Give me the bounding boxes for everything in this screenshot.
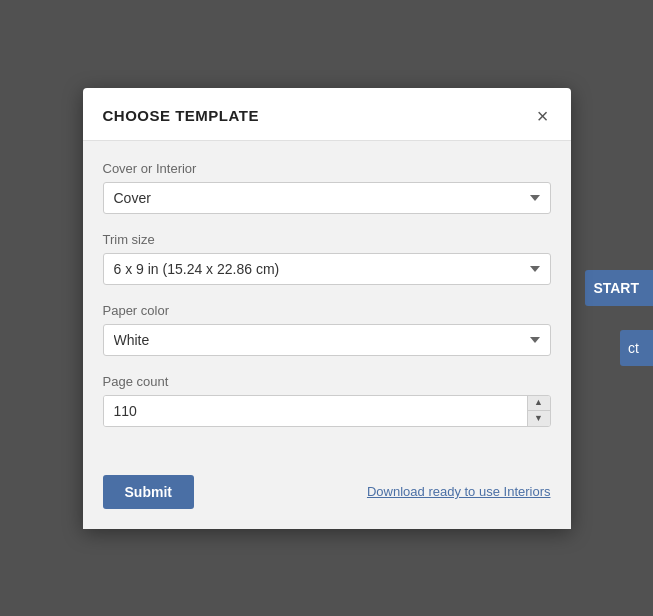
page-count-input[interactable] <box>104 396 527 426</box>
cover-interior-label: Cover or Interior <box>103 161 551 176</box>
bg-ct-button: ct <box>620 330 653 366</box>
close-button[interactable]: × <box>535 106 551 126</box>
paper-color-label: Paper color <box>103 303 551 318</box>
spinner-down-button[interactable]: ▼ <box>528 411 550 426</box>
modal-body: Cover or Interior Cover Interior Trim si… <box>83 141 571 469</box>
trim-size-label: Trim size <box>103 232 551 247</box>
paper-color-select[interactable]: White Cream <box>103 324 551 356</box>
paper-color-group: Paper color White Cream <box>103 303 551 356</box>
modal-footer: Submit Download ready to use Interiors <box>83 469 571 529</box>
bg-start-button: START <box>585 270 653 306</box>
modal-header: CHOOSE TEMPLATE × <box>83 88 571 141</box>
modal-title: CHOOSE TEMPLATE <box>103 107 259 124</box>
trim-size-group: Trim size 6 x 9 in (15.24 x 22.86 cm) 5 … <box>103 232 551 285</box>
submit-button[interactable]: Submit <box>103 475 194 509</box>
download-link[interactable]: Download ready to use Interiors <box>367 484 551 499</box>
cover-interior-group: Cover or Interior Cover Interior <box>103 161 551 214</box>
spinner-controls: ▲ ▼ <box>527 396 550 426</box>
cover-interior-select[interactable]: Cover Interior <box>103 182 551 214</box>
page-count-label: Page count <box>103 374 551 389</box>
trim-size-select[interactable]: 6 x 9 in (15.24 x 22.86 cm) 5 x 8 in (12… <box>103 253 551 285</box>
spinner-up-button[interactable]: ▲ <box>528 396 550 412</box>
page-count-spinner: ▲ ▼ <box>103 395 551 427</box>
modal-dialog: CHOOSE TEMPLATE × Cover or Interior Cove… <box>83 88 571 529</box>
page-count-group: Page count ▲ ▼ <box>103 374 551 427</box>
